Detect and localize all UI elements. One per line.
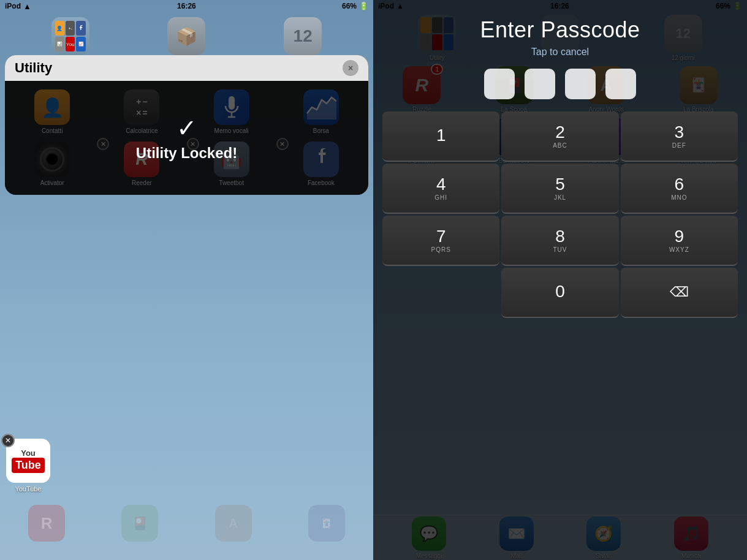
folder-mini-6: 📈 bbox=[76, 37, 85, 51]
folder-popup: Utility × 👤 Contatti +−×= Calcolat bbox=[5, 55, 368, 195]
faded-ruzzle: R bbox=[28, 505, 65, 542]
numpad-row-1: 1 2 ABC 3 DEF bbox=[382, 112, 738, 162]
key-4-num: 4 bbox=[436, 176, 446, 193]
key-3-num: 3 bbox=[675, 124, 684, 141]
numpad-row-2: 4 GHI 5 JKL 6 MNO bbox=[382, 164, 738, 214]
youtube-delete-badge-wrap[interactable]: ✕ bbox=[1, 434, 15, 447]
passcode-dot-2 bbox=[525, 69, 555, 99]
locked-title: Utility Locked! bbox=[136, 145, 237, 162]
key-5-num: 5 bbox=[555, 176, 565, 193]
folder-mini-3 bbox=[76, 21, 85, 36]
close-icon: × bbox=[348, 63, 353, 73]
key-4-letters: GHI bbox=[434, 194, 447, 201]
key-3-letters: DEF bbox=[672, 142, 686, 149]
passcode-overlay: Enter Passcode Tap to cancel 1 2 ABC bbox=[373, 0, 747, 560]
cydia-glyph: 📦 bbox=[176, 26, 197, 47]
yt-tube-text: Tube bbox=[12, 458, 45, 473]
passcode-dot-1 bbox=[484, 69, 515, 99]
folder-mini-2: +- bbox=[66, 21, 75, 36]
key-empty bbox=[382, 268, 499, 318]
key-0[interactable]: 0 bbox=[501, 268, 618, 318]
left-status-bar: iPod ▲ 16:26 66% 🔋 bbox=[0, 0, 373, 12]
battery-icon-left: 🔋 bbox=[359, 2, 368, 10]
key-0-num: 0 bbox=[555, 283, 565, 300]
folder-close-btn[interactable]: × bbox=[343, 60, 358, 76]
numpad-row-4: 0 ⌫ bbox=[382, 268, 738, 318]
key-8-num: 8 bbox=[555, 228, 565, 245]
folder-title: Utility bbox=[15, 60, 52, 76]
numpad: 1 2 ABC 3 DEF 4 GHI 5 bbox=[382, 112, 738, 320]
key-2-letters: ABC bbox=[553, 142, 567, 149]
cydia-icon: 📦 bbox=[167, 17, 205, 55]
key-6[interactable]: 6 MNO bbox=[621, 164, 738, 214]
left-status-right: 66% 🔋 bbox=[342, 2, 368, 10]
key-9-letters: WXYZ bbox=[669, 246, 689, 253]
wifi-icon: ▲ bbox=[23, 2, 31, 11]
youtube-section[interactable]: ✕ You Tube YouTube bbox=[6, 439, 50, 493]
key-6-letters: MNO bbox=[671, 194, 687, 201]
passcode-dot-3 bbox=[565, 69, 596, 99]
key-8-letters: TUV bbox=[553, 246, 567, 253]
key-7[interactable]: 7 PQRS bbox=[382, 216, 499, 266]
key-6-num: 6 bbox=[675, 176, 684, 193]
12giorni-icon: 12 bbox=[284, 17, 322, 55]
key-2-num: 2 bbox=[555, 124, 565, 141]
yt-you-text: You bbox=[21, 448, 36, 458]
left-panel: iPod ▲ 16:26 66% 🔋 👤 +- 📊 You 📈 Ricette bbox=[0, 0, 373, 560]
key-7-letters: PQRS bbox=[431, 246, 450, 253]
numpad-row-3: 7 PQRS 8 TUV 9 WXYZ bbox=[382, 216, 738, 266]
passcode-dot-4 bbox=[605, 69, 636, 99]
left-time: 16:26 bbox=[177, 2, 196, 10]
delete-icon: ⌫ bbox=[670, 284, 689, 300]
youtube-delete-badge[interactable]: ✕ bbox=[1, 434, 15, 447]
folder-mini-5: You bbox=[66, 37, 75, 51]
folder-apps-grid: 👤 Contatti +−×= Calcolatrice bbox=[5, 81, 368, 195]
folder-mini-4: 📊 bbox=[55, 37, 64, 51]
folder-title-bar: Utility × bbox=[5, 55, 368, 81]
passcode-dots bbox=[484, 69, 636, 99]
key-delete[interactable]: ⌫ bbox=[621, 268, 738, 318]
ipod-label: iPod bbox=[5, 2, 21, 10]
key-3[interactable]: 3 DEF bbox=[621, 112, 738, 162]
key-2[interactable]: 2 ABC bbox=[501, 112, 618, 162]
utility-folder-icon[interactable]: 👤 +- 📊 You 📈 bbox=[51, 17, 89, 55]
key-8[interactable]: 8 TUV bbox=[501, 216, 618, 266]
key-5-letters: JKL bbox=[554, 194, 566, 201]
faded-scopa: 🎴 bbox=[121, 505, 158, 542]
faded-briscola: 🃏 bbox=[308, 505, 345, 542]
faded-angry: A bbox=[215, 505, 252, 542]
youtube-label: YouTube bbox=[15, 485, 41, 493]
right-panel: iPod ▲ 16:26 66% 🔋 bbox=[373, 0, 747, 560]
youtube-wrap[interactable]: ✕ You Tube YouTube bbox=[6, 439, 50, 493]
key-5[interactable]: 5 JKL bbox=[501, 164, 618, 214]
bottom-faded-row: R 🎴 A 🃏 bbox=[0, 499, 373, 560]
key-7-num: 7 bbox=[436, 228, 446, 245]
key-1-num: 1 bbox=[436, 127, 446, 144]
locked-overlay: ✓ Utility Locked! bbox=[5, 81, 368, 195]
left-status-left: iPod ▲ bbox=[5, 2, 31, 11]
folder-mini-1: 👤 bbox=[55, 21, 64, 36]
passcode-cancel[interactable]: Tap to cancel bbox=[531, 47, 589, 58]
battery-label-left: 66% bbox=[342, 2, 357, 10]
checkmark-icon: ✓ bbox=[176, 114, 197, 142]
key-9[interactable]: 9 WXYZ bbox=[621, 216, 738, 266]
key-9-num: 9 bbox=[675, 228, 684, 245]
passcode-title: Enter Passcode bbox=[480, 17, 640, 43]
key-4[interactable]: 4 GHI bbox=[382, 164, 499, 214]
key-1[interactable]: 1 bbox=[382, 112, 499, 162]
